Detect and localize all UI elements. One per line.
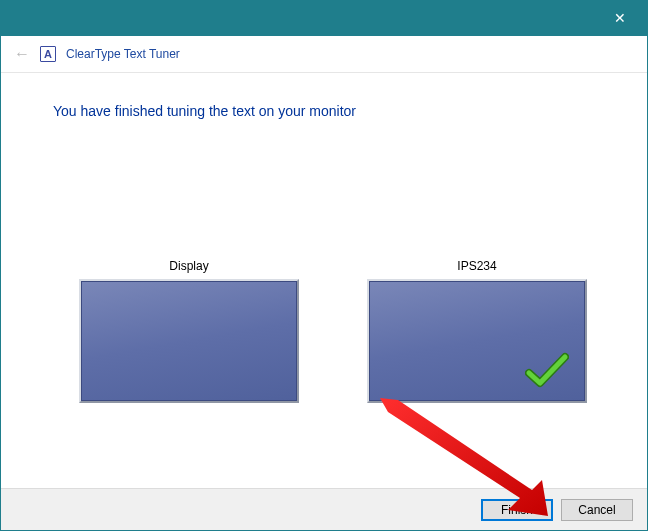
app-icon: A xyxy=(40,46,56,62)
close-icon[interactable]: ✕ xyxy=(600,0,640,36)
monitor-thumb xyxy=(79,279,299,403)
monitor-label: IPS234 xyxy=(457,259,496,273)
monitor-label: Display xyxy=(169,259,208,273)
app-title: ClearType Text Tuner xyxy=(66,47,180,61)
wizard-footer: Finish Cancel xyxy=(1,488,647,530)
monitor-item: IPS234 xyxy=(367,259,587,403)
page-headline: You have finished tuning the text on you… xyxy=(53,103,611,119)
window-titlebar: ✕ xyxy=(0,0,648,36)
monitor-thumb xyxy=(367,279,587,403)
monitor-item: Display xyxy=(79,259,299,403)
checkmark-icon xyxy=(525,351,569,391)
cancel-button[interactable]: Cancel xyxy=(561,499,633,521)
wizard-header: ← A ClearType Text Tuner xyxy=(0,36,648,73)
back-arrow-icon: ← xyxy=(14,46,30,62)
monitor-list: Display IPS234 xyxy=(79,259,587,403)
finish-button[interactable]: Finish xyxy=(481,499,553,521)
wizard-content: You have finished tuning the text on you… xyxy=(1,72,647,489)
